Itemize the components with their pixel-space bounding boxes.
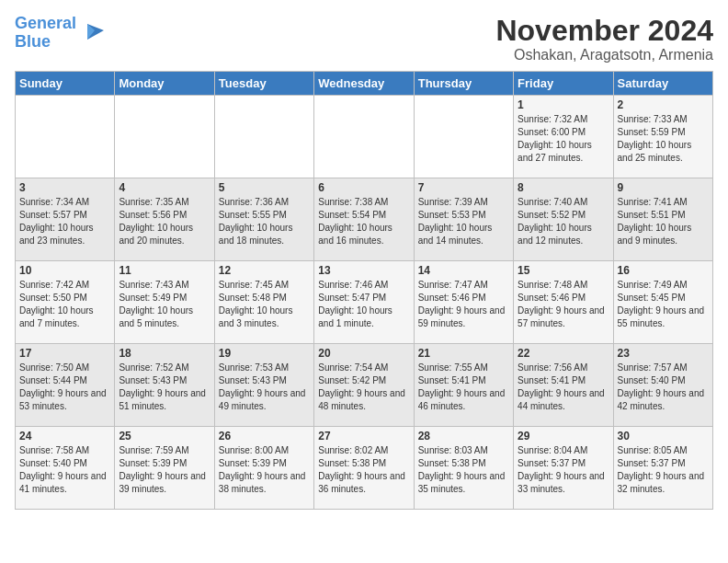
day-info: Sunrise: 7:41 AM Sunset: 5:51 PM Dayligh…	[618, 196, 709, 247]
day-info: Sunrise: 7:36 AM Sunset: 5:55 PM Dayligh…	[219, 196, 310, 247]
day-number: 16	[618, 264, 709, 277]
calendar-week-4: 24Sunrise: 7:58 AM Sunset: 5:40 PM Dayli…	[16, 427, 713, 510]
day-number: 21	[418, 347, 509, 360]
day-number: 22	[518, 347, 609, 360]
day-info: Sunrise: 7:33 AM Sunset: 5:59 PM Dayligh…	[618, 113, 709, 165]
day-info: Sunrise: 8:03 AM Sunset: 5:38 PM Dayligh…	[418, 444, 509, 496]
day-number: 19	[219, 347, 310, 360]
calendar-cell: 6Sunrise: 7:38 AM Sunset: 5:54 PM Daylig…	[314, 178, 414, 261]
header-cell-monday: Monday	[115, 72, 214, 96]
day-number: 2	[618, 98, 709, 111]
day-number: 6	[318, 181, 409, 194]
calendar-cell: 25Sunrise: 7:59 AM Sunset: 5:39 PM Dayli…	[115, 427, 214, 510]
day-number: 11	[119, 264, 210, 277]
day-info: Sunrise: 8:05 AM Sunset: 5:37 PM Dayligh…	[618, 444, 709, 496]
day-info: Sunrise: 7:56 AM Sunset: 5:41 PM Dayligh…	[518, 362, 609, 413]
calendar-cell: 5Sunrise: 7:36 AM Sunset: 5:55 PM Daylig…	[214, 178, 313, 261]
header-cell-saturday: Saturday	[613, 72, 712, 96]
calendar-cell: 15Sunrise: 7:48 AM Sunset: 5:46 PM Dayli…	[514, 261, 613, 344]
day-number: 1	[518, 98, 609, 111]
page-header: General Blue November 2024 Oshakan, Arag…	[15, 15, 713, 63]
day-number: 4	[119, 181, 210, 194]
calendar-cell	[314, 96, 414, 178]
day-number: 5	[219, 181, 310, 194]
day-number: 28	[418, 430, 509, 442]
calendar-week-2: 10Sunrise: 7:42 AM Sunset: 5:50 PM Dayli…	[16, 261, 713, 344]
day-number: 14	[418, 264, 509, 277]
header-cell-thursday: Thursday	[414, 72, 513, 96]
calendar-cell: 9Sunrise: 7:41 AM Sunset: 5:51 PM Daylig…	[613, 178, 712, 261]
day-number: 26	[219, 430, 310, 442]
calendar-week-3: 17Sunrise: 7:50 AM Sunset: 5:44 PM Dayli…	[16, 344, 713, 427]
calendar-cell: 17Sunrise: 7:50 AM Sunset: 5:44 PM Dayli…	[16, 344, 115, 427]
header-cell-wednesday: Wednesday	[314, 72, 414, 96]
header-cell-tuesday: Tuesday	[214, 72, 313, 96]
day-info: Sunrise: 7:58 AM Sunset: 5:40 PM Dayligh…	[19, 444, 110, 496]
day-info: Sunrise: 8:02 AM Sunset: 5:38 PM Dayligh…	[318, 444, 409, 496]
day-number: 15	[518, 264, 609, 277]
logo-icon	[78, 19, 106, 47]
calendar-cell: 1Sunrise: 7:32 AM Sunset: 6:00 PM Daylig…	[514, 96, 613, 178]
calendar-cell: 10Sunrise: 7:42 AM Sunset: 5:50 PM Dayli…	[16, 261, 115, 344]
day-info: Sunrise: 7:45 AM Sunset: 5:48 PM Dayligh…	[219, 279, 310, 330]
calendar-cell: 8Sunrise: 7:40 AM Sunset: 5:52 PM Daylig…	[514, 178, 613, 261]
calendar-cell	[16, 96, 115, 178]
day-info: Sunrise: 7:57 AM Sunset: 5:40 PM Dayligh…	[618, 362, 709, 413]
day-number: 9	[618, 181, 709, 194]
day-info: Sunrise: 7:34 AM Sunset: 5:57 PM Dayligh…	[19, 196, 110, 247]
day-number: 7	[418, 181, 509, 194]
page-title: November 2024	[495, 15, 713, 47]
day-info: Sunrise: 8:00 AM Sunset: 5:39 PM Dayligh…	[219, 444, 310, 496]
calendar-cell: 28Sunrise: 8:03 AM Sunset: 5:38 PM Dayli…	[414, 427, 513, 510]
page-subtitle: Oshakan, Aragatsotn, Armenia	[495, 47, 713, 63]
day-info: Sunrise: 7:48 AM Sunset: 5:46 PM Dayligh…	[518, 279, 609, 330]
calendar-cell	[214, 96, 313, 178]
logo-text: General Blue	[15, 15, 76, 52]
calendar-cell: 11Sunrise: 7:43 AM Sunset: 5:49 PM Dayli…	[115, 261, 214, 344]
calendar-cell: 26Sunrise: 8:00 AM Sunset: 5:39 PM Dayli…	[214, 427, 313, 510]
calendar-cell: 29Sunrise: 8:04 AM Sunset: 5:37 PM Dayli…	[514, 427, 613, 510]
calendar-cell: 4Sunrise: 7:35 AM Sunset: 5:56 PM Daylig…	[115, 178, 214, 261]
calendar-cell: 18Sunrise: 7:52 AM Sunset: 5:43 PM Dayli…	[115, 344, 214, 427]
calendar-cell: 24Sunrise: 7:58 AM Sunset: 5:40 PM Dayli…	[16, 427, 115, 510]
day-number: 30	[618, 430, 709, 442]
calendar-cell	[414, 96, 513, 178]
logo-line2: Blue	[15, 32, 51, 51]
day-info: Sunrise: 7:43 AM Sunset: 5:49 PM Dayligh…	[119, 279, 210, 330]
day-info: Sunrise: 7:52 AM Sunset: 5:43 PM Dayligh…	[119, 362, 210, 413]
calendar-cell: 12Sunrise: 7:45 AM Sunset: 5:48 PM Dayli…	[214, 261, 313, 344]
day-info: Sunrise: 7:50 AM Sunset: 5:44 PM Dayligh…	[19, 362, 110, 413]
day-number: 24	[19, 430, 110, 442]
day-info: Sunrise: 7:38 AM Sunset: 5:54 PM Dayligh…	[318, 196, 409, 247]
calendar-cell: 30Sunrise: 8:05 AM Sunset: 5:37 PM Dayli…	[613, 427, 712, 510]
day-number: 12	[219, 264, 310, 277]
day-info: Sunrise: 7:47 AM Sunset: 5:46 PM Dayligh…	[418, 279, 509, 330]
calendar-cell: 20Sunrise: 7:54 AM Sunset: 5:42 PM Dayli…	[314, 344, 414, 427]
day-info: Sunrise: 8:04 AM Sunset: 5:37 PM Dayligh…	[518, 444, 609, 496]
day-number: 10	[19, 264, 110, 277]
day-info: Sunrise: 7:59 AM Sunset: 5:39 PM Dayligh…	[119, 444, 210, 496]
calendar-cell: 14Sunrise: 7:47 AM Sunset: 5:46 PM Dayli…	[414, 261, 513, 344]
day-number: 18	[119, 347, 210, 360]
day-info: Sunrise: 7:32 AM Sunset: 6:00 PM Dayligh…	[518, 113, 609, 165]
day-info: Sunrise: 7:49 AM Sunset: 5:45 PM Dayligh…	[618, 279, 709, 330]
calendar-cell: 27Sunrise: 8:02 AM Sunset: 5:38 PM Dayli…	[314, 427, 414, 510]
day-info: Sunrise: 7:53 AM Sunset: 5:43 PM Dayligh…	[219, 362, 310, 413]
calendar-table: SundayMondayTuesdayWednesdayThursdayFrid…	[15, 71, 713, 510]
calendar-cell: 3Sunrise: 7:34 AM Sunset: 5:57 PM Daylig…	[16, 178, 115, 261]
day-info: Sunrise: 7:55 AM Sunset: 5:41 PM Dayligh…	[418, 362, 509, 413]
calendar-cell: 23Sunrise: 7:57 AM Sunset: 5:40 PM Dayli…	[613, 344, 712, 427]
day-info: Sunrise: 7:42 AM Sunset: 5:50 PM Dayligh…	[19, 279, 110, 330]
logo-line1: General	[15, 14, 76, 32]
calendar-cell: 7Sunrise: 7:39 AM Sunset: 5:53 PM Daylig…	[414, 178, 513, 261]
logo: General Blue	[15, 15, 106, 52]
calendar-cell: 21Sunrise: 7:55 AM Sunset: 5:41 PM Dayli…	[414, 344, 513, 427]
day-info: Sunrise: 7:39 AM Sunset: 5:53 PM Dayligh…	[418, 196, 509, 247]
day-number: 20	[318, 347, 409, 360]
calendar-week-1: 3Sunrise: 7:34 AM Sunset: 5:57 PM Daylig…	[16, 178, 713, 261]
header-cell-friday: Friday	[514, 72, 613, 96]
day-number: 17	[19, 347, 110, 360]
day-info: Sunrise: 7:40 AM Sunset: 5:52 PM Dayligh…	[518, 196, 609, 247]
day-info: Sunrise: 7:46 AM Sunset: 5:47 PM Dayligh…	[318, 279, 409, 330]
calendar-cell: 19Sunrise: 7:53 AM Sunset: 5:43 PM Dayli…	[214, 344, 313, 427]
